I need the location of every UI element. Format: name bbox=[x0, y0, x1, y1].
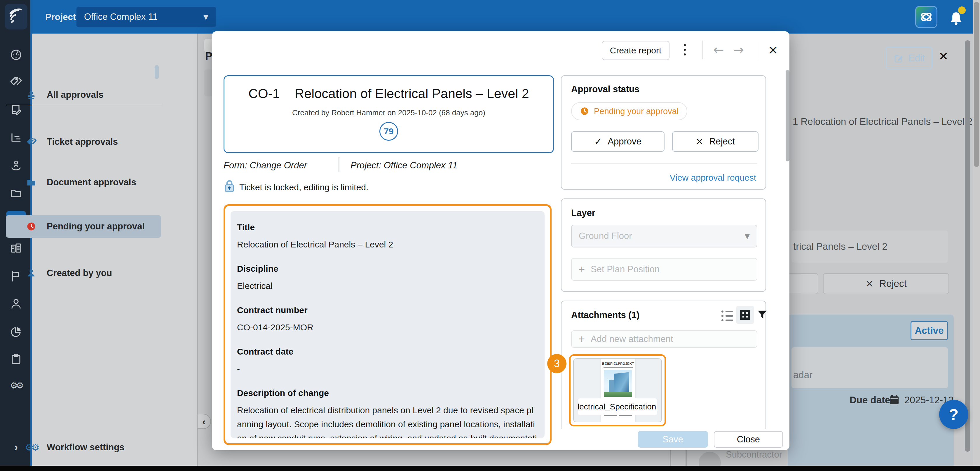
sidebar-item-pending-your-approval[interactable]: Pending your approval bbox=[6, 215, 161, 238]
nav-collapse-button[interactable]: ‹ bbox=[197, 414, 211, 429]
background-edit-button[interactable]: Edit bbox=[886, 47, 932, 70]
sidebar-item-dashboard[interactable] bbox=[0, 48, 32, 62]
folder-icon bbox=[23, 177, 40, 188]
gears-icon: ⚙⚙ bbox=[23, 442, 40, 453]
layer-card: Layer Ground Floor ▼ + Set Plan Position bbox=[561, 199, 766, 292]
attachment-tile[interactable]: BEISPIELPROJEKT Electrical_Specification… bbox=[573, 358, 662, 422]
view-approval-request-link[interactable]: View approval request bbox=[670, 173, 756, 183]
ticket-modal: Create report ← → ✕ CO-1 Relocation of E… bbox=[212, 31, 789, 450]
project-selector[interactable]: Office Complex 11 ▼ bbox=[76, 7, 216, 27]
list-view-icon[interactable] bbox=[721, 310, 733, 321]
sidebar-item-all-approvals[interactable]: All approvals bbox=[6, 83, 161, 106]
check-icon: ✓ bbox=[594, 136, 602, 147]
calendar-icon bbox=[888, 394, 900, 407]
sidebar-item-created-by-you[interactable]: Created by you bbox=[6, 262, 161, 285]
chevron-down-icon: ▼ bbox=[745, 232, 750, 240]
person-icon bbox=[23, 268, 40, 278]
stamp-icon bbox=[23, 90, 40, 100]
help-button[interactable]: ? bbox=[939, 400, 968, 429]
knot-icon bbox=[919, 10, 934, 24]
ticket-title: CO-1 Relocation of Electrical Panels – L… bbox=[248, 86, 529, 101]
layer-select[interactable]: Ground Floor ▼ bbox=[571, 225, 757, 247]
header-divider bbox=[702, 41, 703, 59]
sidebar-item-site-persons[interactable] bbox=[0, 159, 32, 172]
edit-pencil-icon bbox=[893, 53, 904, 63]
reject-button[interactable]: ✕ Reject bbox=[672, 131, 759, 152]
grid-view-icon bbox=[740, 310, 750, 320]
approve-button[interactable]: ✓ Approve bbox=[571, 131, 665, 152]
app-switcher-button[interactable] bbox=[915, 6, 937, 28]
ticket-fields-panel: Title Relocation of Electrical Panels – … bbox=[231, 211, 544, 438]
panel-scrollbar-thumb[interactable] bbox=[965, 40, 970, 452]
app-logo[interactable] bbox=[5, 4, 27, 29]
sidebar-item-companies[interactable] bbox=[0, 242, 32, 256]
clock-icon bbox=[580, 107, 589, 116]
nav-scrollbar-thumb[interactable] bbox=[155, 65, 159, 79]
building-photo bbox=[604, 370, 632, 397]
field-value: CO-014-2025-MOR bbox=[237, 320, 538, 334]
filter-icon[interactable] bbox=[756, 308, 767, 322]
attachment-filename: Electrical_Specification... bbox=[578, 398, 657, 415]
gears-icon: ⚙⚙ bbox=[10, 380, 22, 390]
add-attachment-button[interactable]: + Add new attachment bbox=[571, 330, 757, 348]
grid-view-button[interactable] bbox=[736, 306, 754, 324]
step-count-badge: 3 bbox=[547, 354, 566, 373]
ticket-created-line: Created by Robert Hammer on 2025-10-02 (… bbox=[292, 108, 485, 117]
person-icon bbox=[9, 297, 23, 311]
modal-close-button[interactable]: ✕ bbox=[768, 43, 778, 57]
due-date-label: Due date bbox=[850, 395, 890, 406]
card-divider bbox=[571, 164, 757, 164]
pie-chart-icon bbox=[9, 325, 23, 339]
nav-divider bbox=[7, 105, 161, 105]
attachments-clip: Attachments (1) + Add new attachment bbox=[561, 301, 767, 429]
clipboard-icon bbox=[9, 353, 23, 366]
approval-status-heading: Approval status bbox=[571, 84, 640, 95]
next-arrow-button[interactable]: → bbox=[733, 42, 744, 57]
project-name: Office Complex 11 bbox=[84, 12, 158, 22]
project-label: Project bbox=[45, 12, 76, 22]
attachments-heading: Attachments (1) bbox=[571, 310, 640, 320]
save-button[interactable]: Save bbox=[638, 431, 708, 448]
field-label: Description of change bbox=[237, 388, 538, 398]
background-assignee-field: adar bbox=[791, 347, 948, 388]
sidebar-item-tasks[interactable] bbox=[0, 353, 32, 366]
x-icon: ✕ bbox=[696, 136, 703, 147]
page-scrollbar-thumb[interactable] bbox=[974, 2, 979, 167]
attachments-card: Attachments (1) + Add new attachment bbox=[561, 301, 766, 429]
approval-status-card: Approval status Pending your approval ✓ … bbox=[561, 75, 766, 190]
background-ticket-title: 1 Relocation of Electrical Panels – Leve… bbox=[793, 116, 972, 127]
background-close-icon[interactable]: ✕ bbox=[939, 49, 948, 63]
clock-icon bbox=[23, 221, 40, 232]
background-fragment bbox=[204, 70, 212, 96]
sidebar-item-workflow-settings[interactable]: ⚙⚙ Workflow settings bbox=[6, 436, 161, 459]
prev-arrow-button[interactable]: ← bbox=[713, 42, 724, 57]
tag-icon bbox=[23, 137, 40, 147]
sidebar-item-settings[interactable]: ⚙⚙ bbox=[0, 380, 32, 390]
field-label: Contract date bbox=[237, 347, 538, 356]
buildings-icon bbox=[9, 242, 23, 256]
sidebar-item-document-approvals[interactable]: Document approvals bbox=[6, 171, 161, 194]
chevron-down-icon: ▼ bbox=[204, 13, 208, 21]
plus-icon: + bbox=[579, 263, 585, 275]
background-active-badge[interactable]: Active bbox=[910, 321, 948, 340]
sidebar-item-ticket-approvals[interactable]: Ticket approvals bbox=[6, 130, 161, 153]
set-plan-position-button[interactable]: + Set Plan Position bbox=[571, 258, 757, 281]
close-button[interactable]: Close bbox=[714, 431, 783, 448]
background-divider bbox=[686, 450, 687, 466]
lock-message: Ticket is locked, editing is limited. bbox=[239, 182, 368, 192]
layer-heading: Layer bbox=[571, 208, 595, 218]
lock-icon bbox=[224, 180, 235, 194]
sidebar-item-analytics[interactable] bbox=[0, 325, 32, 339]
field-value: Relocation of Electrical Panels – Level … bbox=[237, 237, 538, 251]
plus-icon: + bbox=[579, 333, 585, 345]
sidebar-item-users[interactable] bbox=[0, 297, 32, 311]
create-report-button[interactable]: Create report bbox=[602, 41, 670, 60]
kebab-menu-button[interactable] bbox=[684, 44, 686, 56]
ticket-number-badge[interactable]: 79 bbox=[379, 122, 398, 141]
ticket-title-text: Relocation of Electrical Panels – Level … bbox=[295, 86, 529, 101]
bottom-bar bbox=[0, 466, 980, 471]
background-subcontractor-label: Subcontractor bbox=[726, 449, 782, 460]
background-reject-button[interactable]: ✕ Reject bbox=[823, 273, 949, 294]
modal-scrollbar-thumb[interactable] bbox=[786, 70, 789, 161]
app-screen: Project Office Complex 11 ▼ bbox=[0, 0, 980, 471]
